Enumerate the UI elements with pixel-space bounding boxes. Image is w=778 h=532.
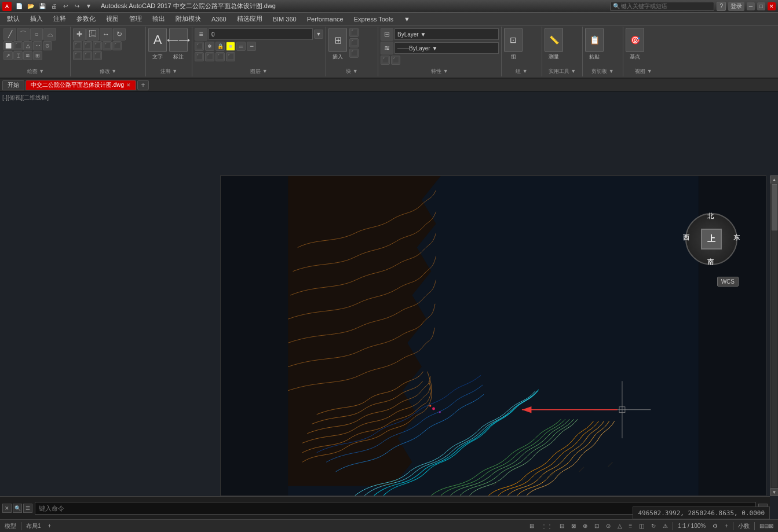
drawing-area[interactable] [220,175,766,496]
btn-text-large[interactable]: A 文字 [148,28,167,61]
btn-layer-lock[interactable]: 🔒 [215,42,225,51]
btn-block1[interactable]: ⬛ [349,28,359,37]
annotmon-icon[interactable]: ⚠ [660,523,670,529]
qa-redo[interactable]: ↪ [72,1,82,12]
btn-arc[interactable]: ⌓ [43,28,56,41]
login-button[interactable]: 登录 [728,2,744,11]
btn-insert[interactable]: ⊞ 插入 [328,28,347,61]
status-model[interactable]: 模型 [2,522,19,530]
viewport-area[interactable]: [-][俯视][二维线框] [0,91,778,519]
snap-grid-icon[interactable]: ⊞ [527,523,536,529]
plus-icon[interactable]: + [722,523,730,529]
help-icon[interactable]: ? [717,2,726,11]
btn-draw4[interactable]: ⋯ [33,41,42,50]
selcycle-icon[interactable]: ↻ [649,523,658,529]
maximize-button[interactable]: □ [757,2,765,10]
menu-express[interactable]: Express Tools [349,14,398,24]
transparency-icon[interactable]: ◫ [637,523,646,529]
btn-mod1[interactable]: ⬛ [73,41,82,50]
right-scrollbar[interactable]: ▲ ▼ [770,175,778,496]
btn-layer-4[interactable]: ⬛ [195,52,204,61]
btn-draw3[interactable]: △ [23,41,32,50]
btn-props-1[interactable]: ⬛ [381,56,390,65]
btn-circle[interactable]: ○ [30,28,43,41]
btn-paste[interactable]: 📋 粘贴 [585,28,604,61]
cmd-close-btn[interactable]: ✕ [2,504,12,513]
dynucs-icon[interactable]: △ [615,523,624,529]
qa-undo[interactable]: ↩ [60,1,71,12]
btn-layer-dropdown[interactable]: ▼ [314,30,323,39]
doc-tab-close[interactable]: ✕ [126,82,131,88]
ortho-icon[interactable]: ⊠ [569,523,578,529]
minimize-button[interactable]: ─ [747,2,755,10]
btn-draw2[interactable]: ⬛ [13,41,23,50]
btn-mod4[interactable]: ⬛ [103,41,112,50]
btn-mod5[interactable]: ⬛ [112,41,122,50]
menu-more[interactable]: ▼ [399,14,415,24]
search-input[interactable] [621,3,711,9]
status-add-layout[interactable]: + [46,523,54,529]
btn-layer-ltype[interactable]: ═ [236,42,246,51]
new-tab-button[interactable]: + [137,80,149,90]
btn-draw1[interactable]: ⬜ [3,41,13,50]
cmd-search-btn[interactable]: 🔍 [13,504,22,513]
status-layout1[interactable]: 布局1 [24,522,43,530]
btn-draw7[interactable]: ⌶ [13,51,23,60]
layer-dropdown[interactable]: 0 [209,28,313,40]
btn-layer-lw[interactable]: ━ [247,42,256,51]
btn-basepoint[interactable]: 🎯 基点 [626,28,644,61]
btn-block3[interactable]: ⬛ [349,49,359,58]
btn-draw9[interactable]: ⊞ [33,51,42,60]
view-icons[interactable]: ⊞⊟⊠ [757,523,776,529]
qa-new[interactable]: 📄 [14,1,24,12]
btn-block2[interactable]: ⬛ [349,38,359,47]
btn-mod8[interactable]: ⬛ [93,51,102,60]
btn-mod2[interactable]: ⬛ [83,41,92,50]
btn-dim-large[interactable]: ⟵⟶ 标注 [169,28,188,61]
btn-copy[interactable]: ⿺ [86,28,99,41]
menu-manage[interactable]: 管理 [125,13,147,24]
btn-layer-6[interactable]: ⬛ [215,52,225,61]
btn-draw8[interactable]: ≋ [23,51,32,60]
btn-line[interactable]: ╱ [3,28,16,41]
polar-icon[interactable]: ⊕ [580,523,590,529]
doc-tab-start[interactable]: 开始 [2,80,24,90]
snap-icon[interactable]: ⋮⋮ [539,523,555,529]
btn-rotate[interactable]: ↻ [113,28,126,41]
menu-default[interactable]: 默认 [2,13,24,24]
menu-addins[interactable]: 附加模块 [171,13,206,24]
menu-performance[interactable]: Performance [302,14,348,24]
menu-featured[interactable]: 精选应用 [232,13,267,24]
qa-open[interactable]: 📂 [25,1,36,12]
menu-insert[interactable]: 插入 [25,13,48,24]
btn-mod6[interactable]: ⬛ [73,51,82,60]
scroll-down-arrow[interactable]: ▼ [770,488,779,496]
scale-display[interactable]: 1:1 / 100% [675,523,708,529]
scroll-thumb[interactable] [772,184,777,230]
btn-mod7[interactable]: ⬛ [83,51,92,60]
menu-view[interactable]: 视图 [101,13,123,24]
scroll-track[interactable] [772,184,777,487]
menu-output[interactable]: 输出 [148,13,170,24]
osnap-icon[interactable]: ⊡ [592,523,601,529]
lwt-icon[interactable]: ≡ [627,523,635,529]
qa-save[interactable]: 💾 [37,1,48,12]
btn-draw6[interactable]: ↗ [3,51,13,60]
menu-a360[interactable]: A360 [207,14,231,24]
btn-match[interactable]: ≋ [381,42,393,54]
btn-group[interactable]: ⊡ 组 [504,28,523,61]
decimals-display[interactable]: 小数 [736,522,752,530]
menu-annotation[interactable]: 注释 [49,13,71,24]
btn-props-2[interactable]: ⬛ [391,56,400,65]
btn-layer-prop[interactable]: ≡ [195,28,207,41]
btn-mod3[interactable]: ⬛ [93,41,102,50]
btn-layer-freeze[interactable]: ❄ [205,42,214,51]
btn-props[interactable]: ⊟ [381,28,393,41]
btn-move[interactable]: ✚ [73,28,86,41]
menu-bim360[interactable]: BIM 360 [268,14,301,24]
3dsnap-icon[interactable]: ⊙ [604,523,613,529]
btn-layer-state[interactable]: ⬛ [195,42,204,51]
menu-parametric[interactable]: 参数化 [72,13,100,24]
btn-layer-color[interactable]: ■ [226,42,235,51]
cmd-menu-btn[interactable]: ☰ [23,504,32,513]
